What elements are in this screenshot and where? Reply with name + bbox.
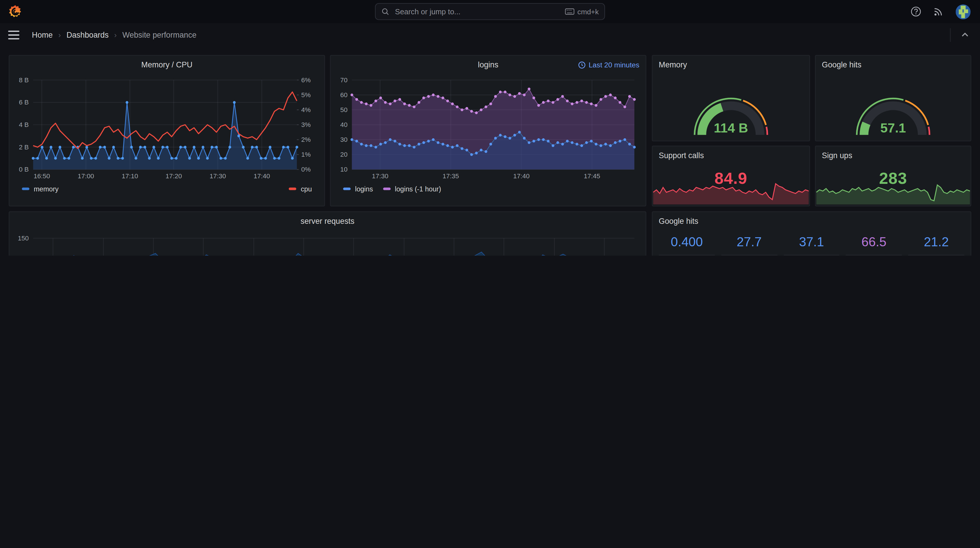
bar-gauge-column[interactable]: 21.2E-series xyxy=(908,234,964,256)
svg-text:2%: 2% xyxy=(301,136,311,143)
top-nav-bar: cmd+k xyxy=(0,0,980,23)
legend-item[interactable]: cpu xyxy=(289,185,312,193)
google-hits-bar-gauge[interactable]: 0.400A-series27.7B-series37.1C-series66.… xyxy=(652,231,970,256)
breadcrumb: Home › Dashboards › Website performance xyxy=(32,31,196,40)
memory-gauge[interactable]: 114 B xyxy=(652,75,810,140)
search-input[interactable] xyxy=(394,7,561,17)
svg-text:30: 30 xyxy=(340,136,347,143)
grafana-logo[interactable] xyxy=(8,5,22,19)
bar-gauge-track xyxy=(908,255,964,256)
svg-text:5%: 5% xyxy=(301,91,311,99)
panel-title[interactable]: Google hits xyxy=(816,56,970,75)
bar-gauge-column[interactable]: 66.5D-series xyxy=(846,234,902,256)
clock-icon xyxy=(578,61,585,69)
svg-text:17:20: 17:20 xyxy=(165,172,182,180)
dashboard-grid: Memory / CPU 16:5017:0017:1017:2017:3017… xyxy=(0,47,980,256)
svg-text:17:45: 17:45 xyxy=(584,172,600,180)
bar-gauge-track xyxy=(659,255,715,256)
top-right-icons xyxy=(911,4,980,19)
panel-title[interactable]: Sign ups xyxy=(816,146,970,165)
panel-title[interactable]: Memory xyxy=(652,56,810,75)
bar-gauge-column[interactable]: 27.7B-series xyxy=(721,234,777,256)
svg-text:1%: 1% xyxy=(301,151,311,158)
legend-swatch xyxy=(343,188,351,190)
legend-label: logins (-1 hour) xyxy=(395,185,441,193)
panel-time-range[interactable]: Last 20 minutes xyxy=(578,56,640,75)
support-calls-stat[interactable]: 84.9 xyxy=(653,165,809,205)
svg-text:150: 150 xyxy=(18,234,29,242)
shortcut-hint: cmd+k xyxy=(565,8,599,16)
legend-swatch xyxy=(383,188,391,190)
legend-item[interactable]: memory xyxy=(22,185,59,193)
bar-gauge-value: 27.7 xyxy=(721,234,777,255)
shortcut-label: cmd+k xyxy=(578,8,599,16)
legend-swatch xyxy=(22,188,29,190)
time-range-label: Last 20 minutes xyxy=(589,56,640,75)
svg-text:60: 60 xyxy=(340,91,347,99)
svg-text:2 B: 2 B xyxy=(19,143,29,151)
stat-value: 84.9 xyxy=(653,169,809,188)
panel-memory-gauge: Memory 114 B xyxy=(652,55,810,142)
google-hits-gauge[interactable]: 57.1 xyxy=(816,75,970,140)
svg-text:70: 70 xyxy=(340,76,347,84)
bar-gauge-column[interactable]: 0.400A-series xyxy=(659,234,715,256)
breadcrumb-separator: › xyxy=(58,31,61,40)
legend-swatch xyxy=(289,188,297,190)
logins-chart[interactable]: 17:3017:3517:4017:4510203040506070 xyxy=(336,75,641,181)
panel-title[interactable]: Support calls xyxy=(652,146,810,165)
bar-gauge-value: 66.5 xyxy=(846,234,902,255)
svg-text:4 B: 4 B xyxy=(19,121,29,128)
panel-google-hits-gauge: Google hits 57.1 xyxy=(815,55,971,142)
legend-item[interactable]: logins xyxy=(343,185,373,193)
divider xyxy=(950,28,951,42)
svg-text:57.1: 57.1 xyxy=(880,121,906,135)
bar-gauge-track xyxy=(846,255,902,256)
server-requests-chart[interactable]: 16:5016:5517:0017:0517:1017:1517:2017:25… xyxy=(14,231,641,256)
sign-ups-stat[interactable]: 283 xyxy=(816,165,970,205)
svg-text:17:30: 17:30 xyxy=(372,172,388,180)
svg-text:10: 10 xyxy=(340,166,347,173)
grafana-app: cmd+k xyxy=(0,0,980,256)
legend-label: memory xyxy=(34,185,59,193)
collapse-chevron-up-icon[interactable] xyxy=(958,28,972,42)
logins-legend: loginslogins (-1 hour) xyxy=(331,181,646,197)
legend-label: logins xyxy=(355,185,373,193)
panel-sign-ups: Sign ups 283 xyxy=(815,146,971,206)
legend-item[interactable]: logins (-1 hour) xyxy=(383,185,441,193)
svg-text:40: 40 xyxy=(340,121,347,128)
svg-text:4%: 4% xyxy=(301,106,311,113)
search-icon xyxy=(381,8,390,16)
bar-gauge-column[interactable]: 37.1C-series xyxy=(783,234,839,256)
breadcrumb-dashboards[interactable]: Dashboards xyxy=(67,31,108,40)
panel-title[interactable]: Memory / CPU xyxy=(10,56,325,75)
panel-memory-cpu: Memory / CPU 16:5017:0017:1017:2017:3017… xyxy=(9,55,325,207)
panel-server-requests: server requests 16:5016:5517:0017:0517:1… xyxy=(9,211,646,256)
breadcrumb-home[interactable]: Home xyxy=(32,31,52,40)
help-icon[interactable] xyxy=(911,6,921,17)
svg-text:0 B: 0 B xyxy=(19,166,29,173)
memory-cpu-chart[interactable]: 16:5017:0017:1017:2017:3017:400 B2 B4 B6… xyxy=(14,75,320,181)
keyboard-icon xyxy=(565,8,574,15)
menu-toggle-icon[interactable] xyxy=(8,31,19,40)
user-avatar[interactable] xyxy=(956,4,970,19)
svg-text:16:50: 16:50 xyxy=(33,172,50,180)
svg-text:20: 20 xyxy=(340,151,347,158)
panel-title[interactable]: server requests xyxy=(10,212,646,231)
svg-text:17:40: 17:40 xyxy=(513,172,530,180)
bar-gauge-value: 21.2 xyxy=(908,234,964,255)
panel-title[interactable]: Google hits xyxy=(652,212,970,231)
bar-gauge-value: 37.1 xyxy=(783,234,839,255)
svg-text:8 B: 8 B xyxy=(19,76,29,84)
breadcrumb-separator: › xyxy=(115,31,117,40)
global-search[interactable]: cmd+k xyxy=(375,3,605,20)
news-rss-icon[interactable] xyxy=(933,6,943,17)
stat-value: 283 xyxy=(816,169,970,188)
svg-text:3%: 3% xyxy=(301,121,311,128)
bar-gauge-track xyxy=(721,255,777,256)
memory-cpu-legend: memory cpu xyxy=(10,181,325,197)
panel-logins: logins Last 20 minutes 17:3017:3517:4017… xyxy=(330,55,646,207)
svg-text:6%: 6% xyxy=(301,76,311,84)
panel-title[interactable]: logins Last 20 minutes xyxy=(331,56,646,75)
legend-label: cpu xyxy=(301,185,312,193)
avatar-image xyxy=(956,4,970,19)
